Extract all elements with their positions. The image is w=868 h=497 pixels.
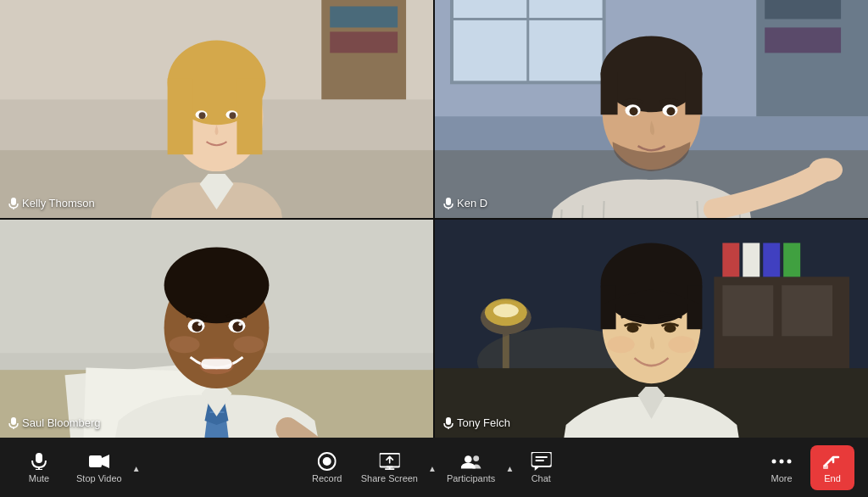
stop-video-icon-wrap [89, 452, 109, 471]
more-button[interactable]: More [756, 447, 807, 489]
stop-video-button[interactable]: Stop Video [68, 447, 131, 489]
mic-icon-saul [8, 417, 19, 429]
mic-icon-kelly [8, 198, 19, 209]
svg-rect-92 [687, 285, 702, 329]
svg-rect-82 [722, 285, 773, 336]
svg-point-109 [465, 455, 472, 463]
video-cell-kelly: Kelly Thomson [0, 0, 433, 218]
name-tag-kelly: Kelly Thomson [8, 197, 95, 209]
svg-point-94 [664, 324, 676, 332]
mute-button[interactable]: Mute [14, 447, 64, 489]
svg-rect-63 [202, 359, 232, 369]
video-cell-tony: Tony Felch [435, 220, 868, 438]
svg-rect-97 [446, 417, 451, 425]
end-button[interactable]: End [810, 445, 854, 490]
share-screen-label: Share Screen [361, 473, 418, 483]
record-icon [318, 452, 337, 471]
mute-label: Mute [29, 473, 49, 483]
mic-icon-tony [443, 417, 453, 429]
svg-point-114 [772, 459, 776, 463]
video-cell-saul: Saul Bloomberg [0, 220, 433, 438]
svg-point-115 [780, 459, 784, 463]
end-label: End [824, 473, 841, 483]
svg-rect-87 [783, 243, 800, 276]
svg-point-95 [608, 336, 635, 353]
svg-rect-102 [89, 455, 102, 467]
svg-rect-99 [36, 453, 42, 463]
end-call-icon [823, 454, 842, 469]
svg-point-71 [233, 336, 264, 353]
more-label: More [771, 473, 792, 483]
svg-point-69 [238, 322, 242, 326]
toolbar-center: Record Share Screen ▲ [302, 447, 567, 489]
share-screen-button[interactable]: Share Screen [353, 447, 426, 489]
svg-point-110 [473, 455, 479, 461]
participants-icon [461, 453, 481, 470]
svg-rect-83 [782, 285, 832, 336]
svg-point-79 [493, 304, 519, 317]
share-screen-chevron[interactable]: ▲ [426, 462, 438, 473]
mute-icon-wrap [29, 452, 49, 471]
name-tag-tony: Tony Felch [443, 416, 510, 429]
mic-icon-ken [443, 198, 453, 209]
svg-point-96 [668, 336, 695, 353]
share-screen-icon-wrap [379, 452, 399, 471]
record-button[interactable]: Record [302, 447, 353, 489]
svg-rect-23 [11, 198, 16, 205]
participants-label: Participants [447, 473, 495, 483]
svg-rect-85 [743, 243, 760, 276]
svg-rect-43 [685, 72, 702, 114]
svg-rect-15 [168, 78, 193, 154]
stop-video-label: Stop Video [76, 473, 122, 483]
svg-point-68 [198, 322, 202, 326]
svg-rect-86 [763, 243, 780, 276]
participants-group: Participants ▲ [438, 447, 515, 489]
name-tag-saul: Saul Bloomberg [8, 416, 101, 429]
chat-icon-wrap [531, 452, 551, 471]
svg-point-70 [170, 336, 200, 353]
toolbar-right: More End [756, 445, 854, 490]
record-group: Record [302, 447, 353, 489]
participants-button[interactable]: Participants [438, 447, 504, 489]
svg-rect-117 [823, 465, 828, 469]
screen-icon [379, 453, 399, 470]
svg-point-47 [666, 107, 675, 115]
stop-video-group: Stop Video ▲ [68, 447, 142, 489]
name-tag-ken: Ken D [443, 197, 487, 209]
chat-label: Chat [531, 473, 551, 483]
svg-rect-36 [765, 0, 841, 19]
svg-rect-48 [446, 198, 451, 205]
svg-point-61 [164, 247, 270, 323]
svg-point-20 [229, 112, 236, 119]
record-icon-wrap [317, 452, 337, 471]
more-dots-icon [771, 459, 792, 464]
svg-rect-42 [601, 72, 618, 114]
mute-icon [30, 453, 48, 470]
chat-button[interactable]: Chat [515, 447, 566, 489]
more-icon-wrap [771, 452, 792, 471]
svg-rect-84 [722, 243, 739, 276]
svg-point-104 [323, 457, 331, 466]
svg-point-93 [627, 324, 639, 332]
camera-icon [89, 454, 109, 469]
svg-point-39 [809, 158, 843, 181]
svg-rect-37 [765, 27, 841, 53]
toolbar: Mute Stop Video ▲ [0, 438, 868, 497]
end-icon-wrap [822, 452, 843, 471]
stop-video-chevron[interactable]: ▲ [131, 462, 142, 473]
video-cell-ken: Ken D [435, 0, 868, 218]
chat-group: Chat [515, 447, 566, 489]
mute-group: Mute [14, 447, 64, 489]
svg-rect-111 [531, 452, 551, 466]
svg-point-116 [787, 459, 792, 463]
chat-icon [531, 452, 551, 471]
svg-rect-7 [330, 6, 398, 27]
svg-point-19 [199, 112, 206, 119]
record-label: Record [312, 473, 342, 483]
svg-rect-8 [330, 31, 398, 53]
participants-chevron[interactable]: ▲ [504, 462, 515, 473]
svg-rect-91 [601, 285, 616, 329]
share-screen-group: Share Screen ▲ [353, 447, 438, 489]
svg-point-46 [630, 107, 638, 115]
participants-icon-wrap [461, 452, 481, 471]
